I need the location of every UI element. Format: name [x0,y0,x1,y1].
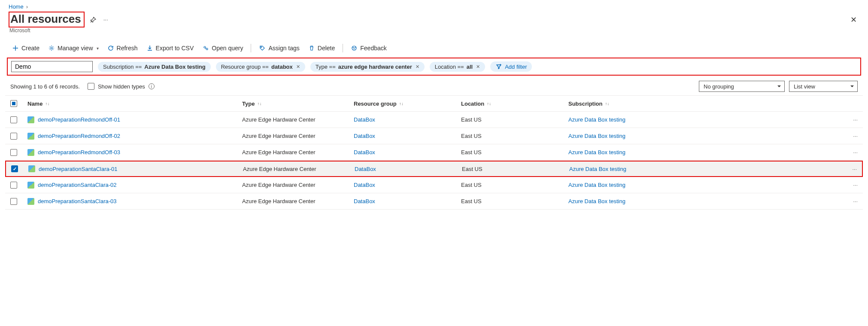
resource-name-link[interactable]: demoPreparationRedmondOff-01 [38,116,120,123]
resource-group-link[interactable]: DataBox [354,133,375,139]
open-query-button[interactable]: Open query [199,43,246,53]
column-resource-group[interactable]: Resource group↑↓ [354,101,461,107]
select-all-checkbox[interactable] [10,100,17,107]
row-checkbox[interactable] [10,198,17,205]
pill-value: all [467,64,473,70]
resource-table: Name↑↓ Type↑↓ Resource group↑↓ Location↑… [5,95,863,210]
subscription-link[interactable]: Azure Data Box testing [568,133,625,139]
resource-group-cell: DataBox [354,116,461,123]
resource-group-link[interactable]: DataBox [354,149,375,155]
remove-filter-icon[interactable]: ✕ [296,64,300,70]
table-row[interactable]: demoPreparationRedmondOff-02Azure Edge H… [5,128,863,144]
subscription-link[interactable]: Azure Data Box testing [568,116,625,123]
search-input[interactable] [11,61,93,72]
export-csv-button[interactable]: Export to CSV [143,43,197,53]
resource-name-link[interactable]: demoPreparationSantaClara-01 [39,166,118,172]
subscription-link[interactable]: Azure Data Box testing [568,182,625,188]
row-checkbox[interactable] [10,116,17,123]
table-row[interactable]: demoPreparationSantaClara-01Azure Edge H… [5,161,863,177]
assign-tags-label: Assign tags [268,45,299,52]
row-more-button[interactable]: ··· [841,116,858,123]
row-checkbox[interactable] [10,133,17,140]
row-checkbox[interactable] [10,149,17,156]
close-button[interactable]: ✕ [850,15,859,24]
assign-tags-button[interactable]: Assign tags [255,43,303,53]
query-icon [202,45,209,52]
title-row: All resources ··· ✕ [5,12,863,27]
feedback-button[interactable]: Feedback [347,43,390,53]
manage-view-button[interactable]: Manage view ▾ [45,43,102,53]
resource-icon [27,198,34,205]
row-more-button[interactable]: ··· [841,198,858,204]
sort-icon: ↑↓ [487,101,491,106]
pill-value: databox [271,64,293,70]
remove-filter-icon[interactable]: ✕ [416,64,419,70]
add-filter-button[interactable]: Add filter [490,61,532,72]
type-cell: Azure Edge Hardware Center [242,182,354,188]
resource-group-cell: DataBox [354,198,461,204]
resource-group-link[interactable]: DataBox [354,198,375,204]
resource-group-link[interactable]: DataBox [355,166,376,172]
table-row[interactable]: demoPreparationSantaClara-02Azure Edge H… [5,177,863,193]
info-icon[interactable]: i [149,83,155,89]
svg-point-5 [353,47,354,48]
svg-point-3 [261,47,262,48]
column-location[interactable]: Location↑↓ [461,101,568,107]
filter-pill-location[interactable]: Location == all ✕ [430,62,485,72]
resource-name-link[interactable]: demoPreparationRedmondOff-02 [38,133,120,139]
more-icon[interactable]: ··· [103,16,108,23]
subscription-link[interactable]: Azure Data Box testing [568,149,625,155]
refresh-button[interactable]: Refresh [104,43,141,53]
row-more-button[interactable]: ··· [841,149,858,155]
table-row[interactable]: demoPreparationRedmondOff-03Azure Edge H… [5,144,863,161]
resource-group-cell: DataBox [354,182,461,188]
type-cell: Azure Edge Hardware Center [242,149,354,155]
resource-group-link[interactable]: DataBox [354,116,375,123]
page-subcaption: Microsoft [5,27,863,37]
tag-icon [259,45,266,52]
row-more-button[interactable]: ··· [840,166,857,172]
breadcrumb-home[interactable]: Home [9,3,24,10]
resource-group-cell: DataBox [354,149,461,155]
pill-value: Azure Data Box testing [144,64,205,70]
filter-pill-type[interactable]: Type == azure edge hardware center ✕ [310,62,425,72]
subscription-link[interactable]: Azure Data Box testing [568,198,625,204]
row-more-button[interactable]: ··· [841,182,858,188]
filter-pill-resource-group[interactable]: Resource group == databox ✕ [216,62,305,72]
column-name[interactable]: Name↑↓ [27,101,242,107]
records-count: Showing 1 to 6 of 6 records. [10,83,80,90]
table-row[interactable]: demoPreparationSantaClara-03Azure Edge H… [5,193,863,210]
show-hidden-types-toggle[interactable]: Show hidden types i [88,83,155,90]
view-dropdown[interactable]: List view [789,81,858,92]
subscription-link[interactable]: Azure Data Box testing [569,166,626,172]
name-cell: demoPreparationRedmondOff-02 [27,133,242,140]
table-row[interactable]: demoPreparationRedmondOff-01Azure Edge H… [5,112,863,128]
type-cell: Azure Edge Hardware Center [243,166,355,172]
pill-label: Subscription == [103,64,142,70]
pin-icon[interactable] [90,16,97,23]
add-filter-label: Add filter [505,64,527,70]
row-checkbox[interactable] [10,182,17,189]
filter-pill-subscription[interactable]: Subscription == Azure Data Box testing [98,62,211,72]
row-more-button[interactable]: ··· [841,133,858,139]
column-subscription[interactable]: Subscription↑↓ [568,101,841,107]
delete-button[interactable]: Delete [305,43,338,53]
resource-name-link[interactable]: demoPreparationSantaClara-03 [38,198,117,204]
remove-filter-icon[interactable]: ✕ [476,64,480,70]
create-button[interactable]: Create [9,43,43,53]
resource-name-link[interactable]: demoPreparationRedmondOff-03 [38,149,120,155]
svg-point-0 [51,47,52,49]
grouping-dropdown[interactable]: No grouping [699,81,785,92]
resource-icon [28,165,35,172]
type-cell: Azure Edge Hardware Center [242,116,354,123]
location-cell: East US [461,198,568,204]
resource-name-link[interactable]: demoPreparationSantaClara-02 [38,182,117,188]
location-cell: East US [461,182,568,188]
resource-group-link[interactable]: DataBox [354,182,375,188]
row-checkbox[interactable] [11,165,18,172]
column-type[interactable]: Type↑↓ [242,101,354,107]
page-title: All resources [10,12,81,26]
type-cell: Azure Edge Hardware Center [242,133,354,139]
resource-icon [27,133,34,140]
name-cell: demoPreparationSantaClara-03 [27,198,242,205]
